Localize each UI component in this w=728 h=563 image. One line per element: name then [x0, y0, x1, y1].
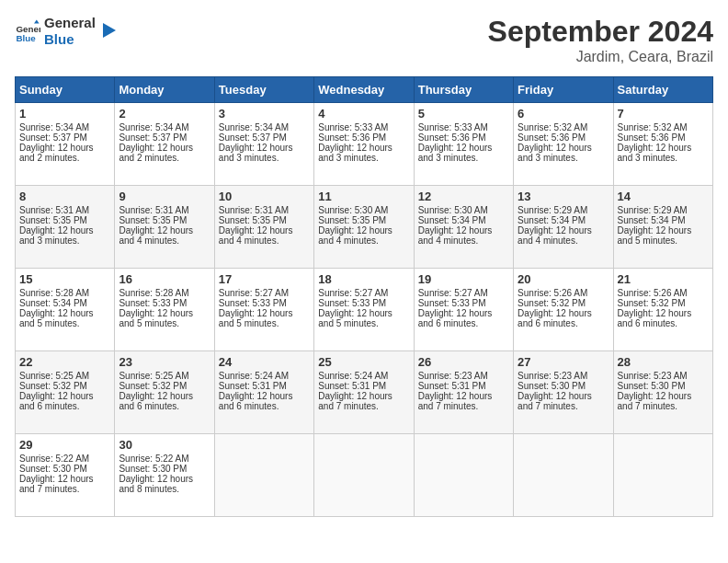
day-number: 20 — [518, 272, 609, 286]
table-row: 11 Sunrise: 5:30 AM Sunset: 5:35 PM Dayl… — [314, 186, 414, 269]
sunrise-label: Sunrise: 5:33 AM — [318, 122, 388, 132]
sunset-label: Sunset: 5:33 PM — [219, 298, 287, 308]
daylight-label: Daylight: 12 hours — [418, 225, 493, 236]
logo-arrow-icon — [99, 21, 119, 41]
daylight-label: Daylight: 12 hours — [618, 391, 692, 401]
table-row: 5 Sunrise: 5:33 AM Sunset: 5:36 PM Dayli… — [414, 103, 513, 186]
sunrise-label: Sunrise: 5:23 AM — [418, 371, 488, 381]
sunset-label: Sunset: 5:30 PM — [618, 381, 686, 391]
daylight-minutes: and 3 minutes. — [518, 153, 578, 163]
day-number: 8 — [19, 190, 110, 203]
sunset-label: Sunset: 5:32 PM — [518, 298, 586, 308]
daylight-label: Daylight: 12 hours — [219, 308, 293, 318]
day-number: 30 — [119, 438, 210, 452]
sunrise-label: Sunrise: 5:23 AM — [618, 371, 688, 381]
table-row: 16 Sunrise: 5:28 AM Sunset: 5:33 PM Dayl… — [115, 269, 214, 351]
daylight-label: Daylight: 12 hours — [119, 474, 193, 484]
logo-icon: General Blue — [15, 18, 40, 44]
daylight-label: Daylight: 12 hours — [618, 225, 692, 236]
sunset-label: Sunset: 5:32 PM — [19, 381, 87, 391]
logo: General Blue General Blue — [15, 15, 119, 48]
daylight-minutes: and 5 minutes. — [19, 318, 80, 328]
sunset-label: Sunset: 5:36 PM — [318, 132, 386, 143]
table-row: 1 Sunrise: 5:34 AM Sunset: 5:37 PM Dayli… — [16, 103, 115, 186]
daylight-label: Daylight: 12 hours — [518, 391, 592, 401]
sunset-label: Sunset: 5:34 PM — [618, 215, 686, 225]
daylight-minutes: and 4 minutes. — [518, 236, 578, 246]
table-row: 7 Sunrise: 5:32 AM Sunset: 5:36 PM Dayli… — [613, 103, 712, 186]
table-row: 9 Sunrise: 5:31 AM Sunset: 5:35 PM Dayli… — [115, 186, 214, 269]
daylight-label: Daylight: 12 hours — [518, 143, 592, 153]
daylight-label: Daylight: 12 hours — [418, 391, 493, 401]
daylight-minutes: and 6 minutes. — [618, 318, 678, 328]
table-row: 22 Sunrise: 5:25 AM Sunset: 5:32 PM Dayl… — [16, 351, 115, 434]
sunrise-label: Sunrise: 5:27 AM — [318, 288, 388, 298]
col-saturday: Saturday — [613, 77, 712, 103]
sunrise-label: Sunrise: 5:22 AM — [19, 454, 89, 464]
daylight-minutes: and 4 minutes. — [119, 236, 179, 246]
sunset-label: Sunset: 5:32 PM — [119, 381, 187, 391]
sunrise-label: Sunrise: 5:26 AM — [518, 288, 587, 298]
table-row: 13 Sunrise: 5:29 AM Sunset: 5:34 PM Dayl… — [514, 186, 613, 269]
daylight-minutes: and 6 minutes. — [119, 401, 179, 411]
table-row: 19 Sunrise: 5:27 AM Sunset: 5:33 PM Dayl… — [414, 269, 513, 351]
logo-general: General — [44, 15, 96, 31]
day-number: 21 — [618, 272, 709, 286]
daylight-label: Daylight: 12 hours — [518, 225, 592, 236]
table-row: 23 Sunrise: 5:25 AM Sunset: 5:32 PM Dayl… — [115, 351, 214, 434]
sunset-label: Sunset: 5:33 PM — [418, 298, 486, 308]
sunrise-label: Sunrise: 5:28 AM — [19, 288, 89, 298]
daylight-minutes: and 7 minutes. — [518, 401, 578, 411]
daylight-label: Daylight: 12 hours — [618, 308, 692, 318]
day-number: 6 — [518, 107, 609, 121]
table-row: 28 Sunrise: 5:23 AM Sunset: 5:30 PM Dayl… — [613, 351, 712, 434]
col-thursday: Thursday — [414, 77, 513, 103]
daylight-label: Daylight: 12 hours — [119, 308, 193, 318]
daylight-label: Daylight: 12 hours — [119, 225, 193, 236]
title-area: September 2024 Jardim, Ceara, Brazil — [488, 15, 713, 65]
daylight-label: Daylight: 12 hours — [318, 308, 392, 318]
table-row: 26 Sunrise: 5:23 AM Sunset: 5:31 PM Dayl… — [414, 351, 513, 434]
table-row: 10 Sunrise: 5:31 AM Sunset: 5:35 PM Dayl… — [214, 186, 313, 269]
table-row: 29 Sunrise: 5:22 AM Sunset: 5:30 PM Dayl… — [16, 434, 115, 517]
sunrise-label: Sunrise: 5:31 AM — [219, 205, 289, 215]
day-number: 18 — [318, 272, 409, 286]
calendar-week-row: 22 Sunrise: 5:25 AM Sunset: 5:32 PM Dayl… — [16, 351, 713, 434]
sunset-label: Sunset: 5:36 PM — [518, 132, 586, 143]
table-row: 2 Sunrise: 5:34 AM Sunset: 5:37 PM Dayli… — [115, 103, 214, 186]
sunset-label: Sunset: 5:35 PM — [318, 215, 386, 225]
col-monday: Monday — [115, 77, 214, 103]
sunrise-label: Sunrise: 5:29 AM — [518, 205, 587, 215]
sunrise-label: Sunrise: 5:27 AM — [219, 288, 289, 298]
sunrise-label: Sunrise: 5:34 AM — [119, 122, 188, 132]
sunset-label: Sunset: 5:36 PM — [618, 132, 686, 143]
day-number: 22 — [19, 355, 110, 369]
sunrise-label: Sunrise: 5:28 AM — [119, 288, 188, 298]
daylight-label: Daylight: 12 hours — [19, 391, 94, 401]
daylight-minutes: and 6 minutes. — [418, 318, 479, 328]
table-row: 15 Sunrise: 5:28 AM Sunset: 5:34 PM Dayl… — [16, 269, 115, 351]
daylight-minutes: and 5 minutes. — [219, 318, 279, 328]
day-number: 9 — [119, 190, 210, 203]
sunset-label: Sunset: 5:33 PM — [119, 298, 187, 308]
daylight-minutes: and 4 minutes. — [318, 236, 379, 246]
daylight-label: Daylight: 12 hours — [19, 143, 94, 153]
day-number: 25 — [318, 355, 409, 369]
col-wednesday: Wednesday — [314, 77, 414, 103]
daylight-minutes: and 3 minutes. — [418, 153, 479, 163]
sunrise-label: Sunrise: 5:34 AM — [19, 122, 89, 132]
table-row: 3 Sunrise: 5:34 AM Sunset: 5:37 PM Dayli… — [214, 103, 313, 186]
daylight-label: Daylight: 12 hours — [219, 143, 293, 153]
calendar-week-row: 15 Sunrise: 5:28 AM Sunset: 5:34 PM Dayl… — [16, 269, 713, 351]
day-number: 27 — [518, 355, 609, 369]
day-number: 15 — [19, 272, 110, 286]
page-header: General Blue General Blue September 2024… — [15, 15, 713, 65]
daylight-minutes: and 3 minutes. — [318, 153, 379, 163]
daylight-label: Daylight: 12 hours — [318, 391, 392, 401]
day-number: 28 — [618, 355, 709, 369]
table-row — [414, 434, 513, 517]
daylight-label: Daylight: 12 hours — [119, 143, 193, 153]
calendar-header-row: Sunday Monday Tuesday Wednesday Thursday… — [16, 77, 713, 103]
day-number: 2 — [119, 107, 210, 121]
table-row — [314, 434, 414, 517]
